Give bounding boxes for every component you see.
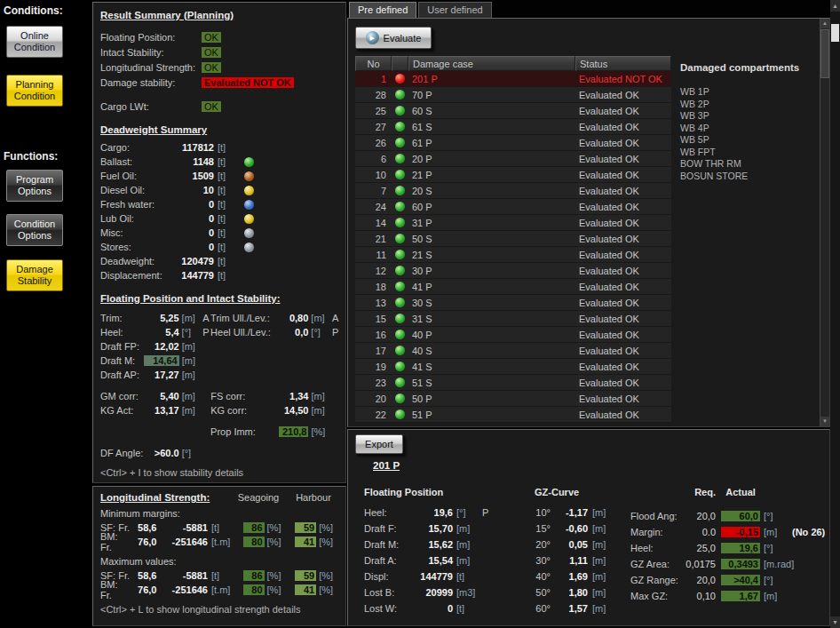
damage-case-status: Evaluated OK xyxy=(575,106,671,116)
functions-section-label: Functions: xyxy=(4,150,58,163)
criteria-actual-badge: 0,3493 xyxy=(721,559,760,569)
criteria-unit: [°] xyxy=(764,511,787,521)
table-row[interactable]: 17 40 S Evaluated OK xyxy=(355,343,671,359)
fp-value: 20999 xyxy=(408,587,453,598)
seagoing-percent-unit: [%] xyxy=(267,584,287,595)
evaluate-button[interactable]: ▶ Evaluate xyxy=(355,27,432,49)
floating-position-header: Floating Position xyxy=(364,487,491,497)
damage-case-dot-cell xyxy=(392,202,408,211)
table-row[interactable]: 28 70 P Evaluated OK xyxy=(355,87,671,103)
status-label: Intact Stability: xyxy=(100,47,202,58)
table-row[interactable]: 26 61 P Evaluated OK xyxy=(355,135,671,151)
table-row[interactable]: 19 41 S Evaluated OK xyxy=(355,359,671,375)
gz-value: 1,69 xyxy=(551,571,588,582)
status-label: Damage stability: xyxy=(100,77,202,88)
damage-case-name: 70 P xyxy=(408,90,575,100)
strength-unit: [t] xyxy=(211,522,240,533)
damage-case-status: Evaluated OK xyxy=(575,218,671,228)
deadweight-row: Cargo: 117812 [t] xyxy=(100,140,338,155)
table-row[interactable]: 15 31 S Evaluated OK xyxy=(355,311,671,327)
table-row[interactable]: 10 21 P Evaluated OK xyxy=(355,167,671,183)
deadweight-value: 1148 xyxy=(162,156,214,167)
table-row[interactable]: 6 20 P Evaluated OK xyxy=(355,151,671,167)
column-header-dot[interactable] xyxy=(392,56,408,71)
strength-label: BM: Fr. xyxy=(100,531,131,552)
damage-case-no: 23 xyxy=(355,378,392,388)
window-scrollbar[interactable]: ▲ ▼ xyxy=(830,0,840,628)
tab-pre-defined[interactable]: Pre defined xyxy=(349,2,416,19)
table-row[interactable]: 27 61 S Evaluated OK xyxy=(355,119,671,135)
fp-unit: [t] xyxy=(456,603,479,614)
table-row[interactable]: 23 51 S Evaluated OK xyxy=(355,375,671,391)
status-label: Cargo LWt: xyxy=(100,101,202,112)
criteria-required-value: 0,0175 xyxy=(680,559,716,569)
damage-case-no: 27 xyxy=(355,122,392,132)
deadweight-row: Misc: 0 [t] xyxy=(100,226,338,240)
evaluate-button-label: Evaluate xyxy=(384,33,422,44)
criteria-row: Margin: 0.0 -0,15 [m] (No 26) xyxy=(630,524,825,540)
table-row[interactable]: 7 20 S Evaluated OK xyxy=(355,183,671,199)
damaged-compartment-item: BOW THR RM xyxy=(680,158,819,171)
longitudinal-strength-panel: Longitudinal Strength: Seagoing Harbour … xyxy=(92,486,346,626)
loading-computer-window: Conditions: Online Condition Planning Co… xyxy=(0,0,840,628)
table-row[interactable]: 22 51 P Evaluated OK xyxy=(355,407,671,423)
table-row[interactable]: 16 40 P Evaluated OK xyxy=(355,327,671,343)
table-row[interactable]: 13 30 S Evaluated OK xyxy=(355,295,671,311)
column-header-status[interactable]: Status xyxy=(575,56,671,71)
tank-color-dot-icon xyxy=(244,143,254,153)
stability-value: 5,25 xyxy=(144,313,178,323)
online-condition-button[interactable]: Online Condition xyxy=(6,26,63,58)
damage-stability-button[interactable]: Damage Stability xyxy=(6,259,63,291)
table-row[interactable]: 1 201 P Evaluated NOT OK xyxy=(355,71,671,87)
planning-condition-button[interactable]: Planning Condition xyxy=(6,75,63,107)
status-dot-icon xyxy=(395,393,405,403)
table-row[interactable]: 11 21 S Evaluated OK xyxy=(355,247,671,263)
tank-color-dot-icon xyxy=(244,257,254,266)
gz-curve-row: 10° -1,17 [m] xyxy=(529,505,615,521)
tab-user-defined[interactable]: User defined xyxy=(418,2,491,19)
damage-case-name: 61 S xyxy=(408,122,575,132)
export-button-label: Export xyxy=(365,439,393,449)
damage-case-rows: 1 201 P Evaluated NOT OK 28 70 P Evaluat… xyxy=(355,71,671,423)
fp-value: 0 xyxy=(408,603,453,614)
column-header-no[interactable]: No xyxy=(355,56,392,71)
table-row[interactable]: 20 50 P Evaluated OK xyxy=(355,391,671,407)
criteria-label: Margin: xyxy=(630,527,680,537)
deadweight-value: 0 xyxy=(162,242,214,252)
stability-unit: [m] xyxy=(182,341,202,352)
program-options-button[interactable]: Program Options xyxy=(6,170,63,202)
damage-case-status: Evaluated OK xyxy=(575,282,671,292)
table-row[interactable]: 24 60 P Evaluated OK xyxy=(355,199,671,215)
damage-case-dot-cell xyxy=(392,393,408,403)
scrollbar-thumb[interactable] xyxy=(831,24,839,42)
table-row[interactable]: 18 41 P Evaluated OK xyxy=(355,279,671,295)
damage-case-tabs: Pre defined User defined xyxy=(349,2,492,19)
status-row: Intact Stability: OK xyxy=(100,44,338,60)
export-button[interactable]: Export xyxy=(355,434,403,454)
damage-case-dot-cell xyxy=(392,346,408,355)
scroll-up-arrow-icon[interactable]: ▲ xyxy=(820,19,829,28)
table-row[interactable]: 25 60 S Evaluated OK xyxy=(355,103,671,119)
table-row[interactable]: 14 31 P Evaluated OK xyxy=(355,215,671,231)
condition-options-button[interactable]: Condition Options xyxy=(6,214,63,246)
scroll-up-arrow-icon[interactable]: ▲ xyxy=(830,0,840,12)
scroll-down-arrow-icon[interactable]: ▼ xyxy=(820,417,829,426)
table-row[interactable]: 21 50 S Evaluated OK xyxy=(355,231,671,247)
floating-position-row: Lost W: 0 [t] xyxy=(364,600,491,616)
stability-unit: [m] xyxy=(182,370,202,380)
column-header-damage-case[interactable]: Damage case xyxy=(408,56,575,71)
scroll-down-arrow-icon[interactable]: ▼ xyxy=(830,616,840,628)
strength-unit: [t.m] xyxy=(211,584,240,595)
scrollbar-thumb[interactable] xyxy=(820,29,829,78)
criteria-actual-badge: 60,0 xyxy=(721,511,760,521)
fp-value: 15,70 xyxy=(408,523,453,534)
deadweight-value: 117812 xyxy=(162,142,214,153)
table-row[interactable]: 12 30 P Evaluated OK xyxy=(355,263,671,279)
criteria-unit: [m.rad] xyxy=(764,559,787,569)
status-value-badge: OK xyxy=(202,32,221,43)
damage-case-no: 10 xyxy=(355,170,392,180)
damage-case-name: 51 P xyxy=(408,409,575,420)
damage-case-status: Evaluated OK xyxy=(575,234,671,244)
deadweight-label: Ballast: xyxy=(100,156,162,167)
damage-case-scrollbar[interactable]: ▲ ▼ xyxy=(820,19,829,426)
